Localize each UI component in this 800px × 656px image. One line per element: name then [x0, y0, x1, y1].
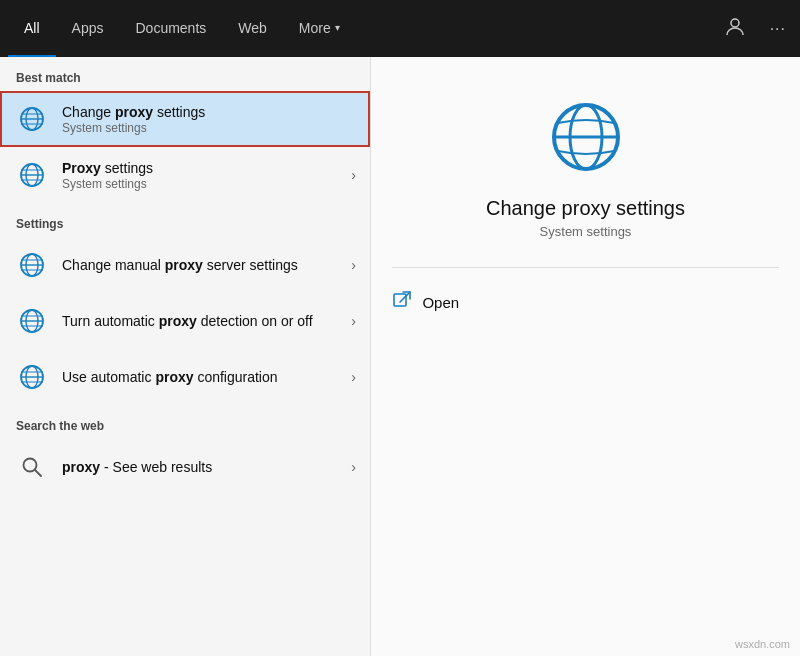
- tab-apps[interactable]: Apps: [56, 0, 120, 57]
- settings-label: Settings: [0, 203, 370, 237]
- right-panel: Change proxy settings System settings Op…: [370, 57, 800, 656]
- detail-title: Change proxy settings: [486, 197, 685, 220]
- settings-item-3[interactable]: Use automatic proxy configuration ›: [0, 349, 370, 405]
- detail-globe-icon: [546, 97, 626, 181]
- main-container: Best match Change proxy settings System …: [0, 57, 800, 656]
- globe-icon-best-match: [14, 101, 50, 137]
- globe-icon-manual: [14, 247, 50, 283]
- best-match-text: Change proxy settings System settings: [62, 104, 356, 135]
- globe-icon-config: [14, 359, 50, 395]
- settings-item-2-text: Turn automatic proxy detection on or off: [62, 313, 343, 329]
- open-action[interactable]: Open: [392, 284, 778, 321]
- search-icon: [14, 449, 50, 485]
- topbar-actions: ···: [718, 11, 792, 46]
- watermark: wsxdn.com: [735, 638, 790, 650]
- chevron-right-icon-web: ›: [351, 459, 356, 475]
- settings-item-1[interactable]: Change manual proxy server settings ›: [0, 237, 370, 293]
- left-panel: Best match Change proxy settings System …: [0, 57, 370, 656]
- tab-documents[interactable]: Documents: [119, 0, 222, 57]
- search-web-title: proxy - See web results: [62, 459, 343, 475]
- tab-more[interactable]: More ▾: [283, 0, 356, 57]
- search-web-text: proxy - See web results: [62, 459, 343, 475]
- svg-point-0: [731, 19, 739, 27]
- chevron-right-icon-s1: ›: [351, 257, 356, 273]
- settings-item-2[interactable]: Turn automatic proxy detection on or off…: [0, 293, 370, 349]
- settings-item-3-title: Use automatic proxy configuration: [62, 369, 343, 385]
- proxy-settings-item[interactable]: Proxy settings System settings ›: [0, 147, 370, 203]
- search-web-label: Search the web: [0, 405, 370, 439]
- proxy-settings-title: Proxy settings: [62, 160, 343, 176]
- best-match-subtitle: System settings: [62, 121, 356, 135]
- globe-icon-auto: [14, 303, 50, 339]
- open-label: Open: [422, 294, 459, 311]
- settings-item-1-text: Change manual proxy server settings: [62, 257, 343, 273]
- proxy-settings-subtitle: System settings: [62, 177, 343, 191]
- proxy-settings-text: Proxy settings System settings: [62, 160, 343, 191]
- open-icon: [392, 290, 412, 315]
- settings-item-3-text: Use automatic proxy configuration: [62, 369, 343, 385]
- chevron-down-icon: ▾: [335, 22, 340, 33]
- tab-all[interactable]: All: [8, 0, 56, 57]
- topbar: All Apps Documents Web More ▾ ···: [0, 0, 800, 57]
- detail-divider: [392, 267, 778, 268]
- chevron-right-icon-s2: ›: [351, 313, 356, 329]
- tab-web[interactable]: Web: [222, 0, 283, 57]
- settings-item-2-title: Turn automatic proxy detection on or off: [62, 313, 343, 329]
- settings-item-1-title: Change manual proxy server settings: [62, 257, 343, 273]
- svg-line-27: [35, 470, 41, 476]
- topbar-tabs: All Apps Documents Web More ▾: [8, 0, 356, 57]
- best-match-title: Change proxy settings: [62, 104, 356, 120]
- chevron-right-icon: ›: [351, 167, 356, 183]
- svg-rect-31: [394, 294, 406, 306]
- search-web-item[interactable]: proxy - See web results ›: [0, 439, 370, 495]
- best-match-label: Best match: [0, 57, 370, 91]
- best-match-item[interactable]: Change proxy settings System settings: [0, 91, 370, 147]
- detail-subtitle: System settings: [540, 224, 632, 239]
- more-options-icon[interactable]: ···: [764, 16, 792, 42]
- person-icon[interactable]: [718, 11, 752, 46]
- chevron-right-icon-s3: ›: [351, 369, 356, 385]
- globe-icon-proxy: [14, 157, 50, 193]
